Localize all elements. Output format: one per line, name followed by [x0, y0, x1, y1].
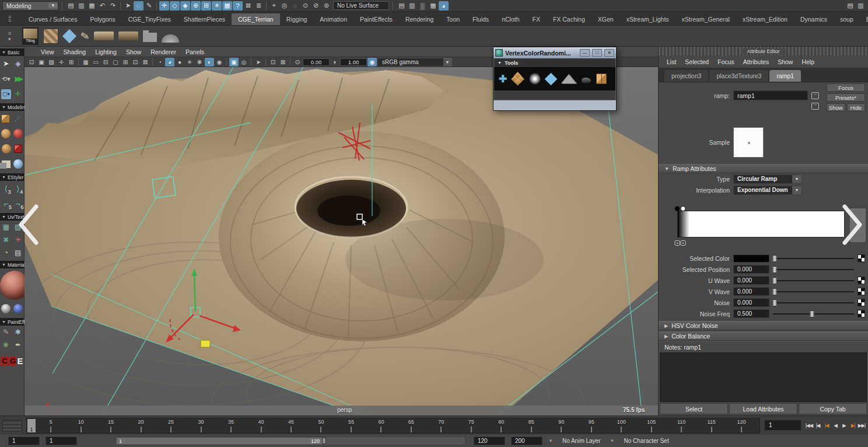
input-counter-icon[interactable]: ≣: [254, 1, 264, 11]
camera-attributes-icon[interactable]: ⊡: [27, 58, 36, 67]
isolate-select-icon[interactable]: ➤: [254, 58, 263, 67]
tab-dynamics[interactable]: Dynamics: [794, 13, 834, 25]
current-frame-marker[interactable]: 1: [27, 419, 36, 432]
stroke-icon[interactable]: ✒: [13, 340, 23, 350]
undo-icon[interactable]: ↶: [97, 1, 107, 11]
tab-xgen[interactable]: XGen: [592, 13, 620, 25]
presets-button[interactable]: Presets*: [827, 93, 865, 102]
menu-help[interactable]: Help: [802, 58, 814, 65]
toolbox-section-modeling[interactable]: ▼Modelin: [0, 103, 24, 111]
exposure-icon[interactable]: ⊙: [293, 58, 302, 67]
ramp-type-dropdown[interactable]: Circular Ramp▼: [733, 174, 802, 184]
step-forward-key-button[interactable]: ▶|: [849, 419, 857, 431]
current-tool-icon[interactable]: ▢▾: [1, 89, 11, 99]
toolbox-section-estyler[interactable]: ▼EStyler: [0, 173, 24, 181]
previous-overlay-arrow[interactable]: [16, 203, 41, 246]
range-slider-track[interactable]: 1 120: [116, 436, 466, 445]
snap-to-grid-icon[interactable]: ✛: [159, 1, 169, 11]
xray-icon[interactable]: ⊡: [268, 58, 278, 67]
palette-icon[interactable]: ◔: [1, 248, 11, 258]
open-scene-icon[interactable]: ▥: [76, 1, 86, 11]
panel-layout-icon[interactable]: ▥: [856, 1, 866, 11]
poly-cube-icon[interactable]: [1, 114, 10, 123]
u-wave-slider-handle[interactable]: [772, 277, 776, 284]
next-overlay-arrow[interactable]: [840, 203, 864, 246]
tools-section-header[interactable]: ▼ Tools: [494, 58, 615, 67]
lattice-manipulator-icon[interactable]: ◈: [13, 59, 23, 69]
u-wave-field[interactable]: 0.000: [733, 276, 769, 285]
selected-position-field[interactable]: 0.000: [733, 265, 769, 274]
move-tool-icon[interactable]: ✛: [13, 89, 23, 99]
soft-sphere-tool-icon[interactable]: [529, 73, 541, 85]
select-miss-icon[interactable]: ⊘: [311, 1, 321, 11]
tab-fx-caching[interactable]: FX Caching: [547, 13, 592, 25]
film-gate-icon[interactable]: ▭: [91, 58, 100, 67]
select-tool-icon[interactable]: ➤: [123, 1, 133, 11]
tab-bullet[interactable]: Bullet: [860, 13, 868, 25]
select-component-icon[interactable]: ◌: [290, 1, 300, 11]
safe-action-icon[interactable]: ⊡: [131, 58, 140, 67]
select-object-icon[interactable]: ◎: [279, 1, 289, 11]
wireframe-icon[interactable]: ◔: [155, 58, 164, 67]
tab-polygons[interactable]: Polygons: [83, 13, 121, 25]
estyler-tool-5-icon[interactable]: ⌐5: [4, 200, 8, 208]
tab-shatternpieces[interactable]: ShatternPieces: [177, 13, 232, 25]
toolbox-section-painteffects[interactable]: ▼PaintEffe: [0, 318, 24, 326]
step-back-frame-button[interactable]: |◀: [814, 419, 822, 431]
shelf-item-folder[interactable]: [143, 33, 157, 42]
cube-tool-icon[interactable]: [596, 74, 607, 84]
view-transform-dropdown[interactable]: sRGB gamma▼: [377, 58, 452, 67]
selected-color-slider[interactable]: [773, 254, 854, 263]
motion-blur-icon[interactable]: ◉: [215, 58, 224, 67]
menu-view[interactable]: View: [41, 48, 54, 55]
tab-fluids[interactable]: Fluids: [466, 13, 495, 25]
tab-rendering[interactable]: Rendering: [399, 13, 440, 25]
v-wave-slider-handle[interactable]: [772, 288, 776, 295]
select-handle-icon[interactable]: ⊚: [321, 1, 331, 11]
depth-of-field-icon[interactable]: ◎: [239, 58, 249, 67]
live-surface-field[interactable]: No Live Surface: [333, 1, 389, 10]
diamond-cluster-tool-icon[interactable]: [512, 73, 524, 85]
tab-toon[interactable]: Toon: [440, 13, 466, 25]
red-sphere-icon[interactable]: [13, 129, 23, 138]
gamma-field[interactable]: 1.00: [340, 58, 367, 66]
make-live-icon[interactable]: ✳: [212, 1, 222, 11]
textured-icon[interactable]: ●: [175, 58, 184, 67]
spray-dots-icon[interactable]: ✱: [13, 327, 23, 337]
gate-mask-icon[interactable]: ▢: [111, 58, 120, 67]
mountain-tool-icon[interactable]: [561, 74, 576, 83]
play-backwards-button[interactable]: ◀: [831, 419, 839, 431]
ramp-stop-delete-1[interactable]: ✕: [680, 240, 685, 246]
ramp-stop-handle-0[interactable]: [675, 206, 680, 211]
grid-toggle-icon[interactable]: ▦: [81, 58, 90, 67]
minimize-icon[interactable]: —: [580, 49, 590, 57]
menu-panels[interactable]: Panels: [186, 48, 204, 55]
exposure-field[interactable]: 0.00: [303, 58, 330, 66]
chevron-down-icon[interactable]: ▼: [548, 438, 553, 443]
tab-painteffects[interactable]: PaintEffects: [354, 13, 399, 25]
attribute-editor-title-bar[interactable]: Attribute Editor: [659, 47, 868, 55]
menu-show[interactable]: Show: [126, 48, 141, 55]
use-all-lights-icon[interactable]: ✳: [185, 58, 194, 67]
close-icon[interactable]: ✕: [604, 49, 614, 57]
blue-diamond-tool-icon[interactable]: [545, 72, 558, 85]
select-button[interactable]: Select: [660, 403, 728, 414]
go-to-start-button[interactable]: |◀◀: [805, 419, 813, 431]
shelf-menu-icon[interactable]: ≡≡: [8, 15, 18, 22]
tab-ramp1[interactable]: ramp1: [769, 70, 801, 82]
u-wave-map-button[interactable]: [858, 277, 865, 284]
chevron-down-icon[interactable]: ▼: [610, 438, 615, 443]
noise-freq-field[interactable]: 0.500: [733, 309, 769, 318]
output-connection-icon[interactable]: [811, 103, 819, 110]
selected-position-slider-handle[interactable]: [772, 266, 776, 273]
v-wave-map-button[interactable]: [858, 288, 865, 295]
select-hierarchy-icon[interactable]: ⌖: [269, 1, 279, 11]
notes-header[interactable]: Notes: ramp1: [659, 341, 868, 352]
selected-color-slider-handle[interactable]: [772, 255, 776, 262]
u-wave-slider[interactable]: [773, 277, 854, 285]
lock-icon[interactable]: ⊠: [243, 1, 253, 11]
tab-ncloth[interactable]: nCloth: [495, 13, 526, 25]
timeline-track[interactable]: 1 51015202530354045505560657075808590951…: [26, 418, 760, 434]
open-help-icon[interactable]: ?: [233, 1, 243, 11]
menu-focus[interactable]: Focus: [718, 58, 734, 65]
